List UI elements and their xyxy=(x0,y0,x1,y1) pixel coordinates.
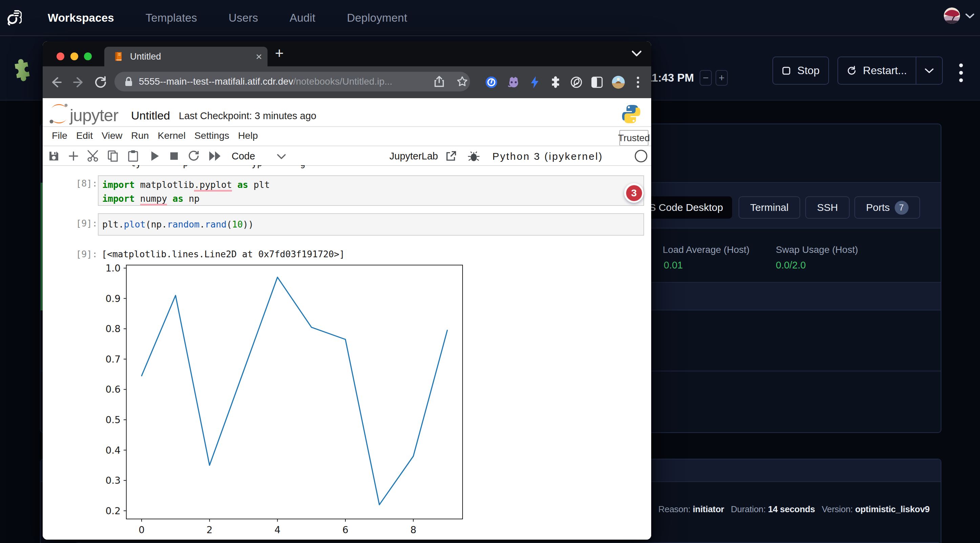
cell-type-chevron-icon[interactable] xyxy=(276,154,286,160)
share-icon[interactable] xyxy=(434,76,444,87)
build-meta: Reason: initiator Duration: 14 seconds V… xyxy=(658,504,929,514)
cell-input-prompt: [8]: xyxy=(63,178,97,189)
svg-text:6: 6 xyxy=(342,524,348,535)
interrupt-kernel-icon[interactable] xyxy=(169,151,179,161)
back-icon[interactable] xyxy=(49,76,62,89)
menu-help[interactable]: Help xyxy=(238,130,258,141)
notebook-title[interactable]: Untitled xyxy=(131,109,170,122)
tab-search-chevron-icon[interactable] xyxy=(631,50,643,57)
restart-button[interactable]: Restart... xyxy=(838,57,916,84)
nav-item-deployment[interactable]: Deployment xyxy=(347,11,407,24)
schedule-plus-button[interactable]: + xyxy=(716,70,728,86)
menu-file[interactable]: File xyxy=(52,130,67,141)
macos-minimize-button[interactable] xyxy=(70,52,78,60)
ext-split-square-icon[interactable] xyxy=(591,76,603,88)
svg-text:0.9: 0.9 xyxy=(105,293,121,304)
jupyter-menubar: File Edit View Run Kernel Settings Help xyxy=(52,130,258,141)
menu-kernel[interactable]: Kernel xyxy=(158,130,186,141)
browser-menu-kebab[interactable] xyxy=(635,76,641,89)
trusted-button[interactable]: Trusted xyxy=(619,130,649,146)
cut-cell-icon[interactable] xyxy=(87,150,100,162)
ports-button[interactable]: Ports 7 xyxy=(854,196,920,219)
notification-badge[interactable]: 3 xyxy=(624,183,644,203)
profile-avatar-art xyxy=(612,76,625,89)
nav-item-workspaces[interactable]: Workspaces xyxy=(48,11,114,24)
new-tab-button[interactable]: + xyxy=(275,45,284,62)
jupyter-brand[interactable]: jupyter xyxy=(70,106,118,125)
bookmark-star-icon[interactable] xyxy=(457,76,468,87)
workspace-menu-kebab[interactable] xyxy=(957,62,965,86)
paste-cell-icon[interactable] xyxy=(127,150,139,162)
divider xyxy=(43,146,651,146)
restart-label: Restart... xyxy=(863,64,907,77)
svg-text:1.0: 1.0 xyxy=(105,263,121,274)
tab-title: Untitled xyxy=(130,51,161,62)
restart-run-all-icon[interactable] xyxy=(208,150,221,162)
run-cell-icon[interactable] xyxy=(150,150,160,162)
vscode-desktop-label: VS Code Desktop xyxy=(643,202,723,213)
menu-view[interactable]: View xyxy=(102,130,122,141)
open-jupyterlab-link[interactable]: JupyterLab xyxy=(390,151,438,162)
copy-cell-icon[interactable] xyxy=(107,150,119,162)
save-icon[interactable] xyxy=(48,150,60,162)
code-line: import matplotlib.pyplot as plt xyxy=(102,178,643,192)
forward-icon[interactable] xyxy=(72,76,85,89)
debugger-bug-icon[interactable] xyxy=(467,150,480,162)
cell-type-select[interactable]: Code xyxy=(232,151,255,162)
url-path: /notebooks/Untitled.ip... xyxy=(293,76,393,87)
restart-options-button[interactable] xyxy=(916,57,942,84)
svg-text:0.6: 0.6 xyxy=(105,384,121,395)
menu-edit[interactable]: Edit xyxy=(76,130,93,141)
code-cell-9[interactable]: plt.plot(np.random.rand(10)) xyxy=(98,213,644,236)
nav-item-templates[interactable]: Templates xyxy=(146,11,197,24)
ssh-button[interactable]: SSH xyxy=(805,196,850,219)
browser-tab[interactable]: Untitled × xyxy=(104,47,267,66)
stop-icon xyxy=(782,66,791,75)
global-nav: Workspaces Templates Users Audit Deploym… xyxy=(0,0,980,36)
build-reason-value: initiator xyxy=(693,504,724,514)
jupyter-logo-icon xyxy=(49,103,69,125)
extensions-puzzle-icon[interactable] xyxy=(549,76,562,88)
notebook-checkpoint: Last Checkpoint: 3 minutes ago xyxy=(179,110,316,122)
schedule-minus-button[interactable]: − xyxy=(700,70,712,86)
account-chevron-icon[interactable] xyxy=(965,13,975,19)
clipped-text-fragment: ty xyxy=(130,165,141,168)
ext-1password-icon[interactable] xyxy=(485,76,498,88)
code-cell-8[interactable]: import matplotlib.pyplot as plt import n… xyxy=(98,175,644,206)
macos-close-button[interactable] xyxy=(57,52,64,60)
tab-close-icon[interactable]: × xyxy=(256,47,262,66)
restart-kernel-icon[interactable] xyxy=(188,150,200,162)
user-avatar[interactable] xyxy=(944,8,960,24)
address-bar[interactable]: 5555--main--test--matifali.atif.cdr.dev/… xyxy=(115,72,470,91)
coder-logo-icon[interactable] xyxy=(8,9,22,26)
nav-item-users[interactable]: Users xyxy=(229,11,258,24)
restart-split-button: Restart... xyxy=(837,57,943,85)
browser-tabstrip: Untitled × + xyxy=(43,41,651,66)
screenshot-root: Workspaces Templates Users Audit Deploym… xyxy=(0,0,980,543)
ext-octocat-icon[interactable] xyxy=(508,76,520,88)
svg-text:0.5: 0.5 xyxy=(105,414,121,426)
ext-leaf-icon[interactable] xyxy=(570,76,582,88)
matplotlib-figure: 024680.20.30.40.50.60.70.80.91.0 xyxy=(72,262,506,540)
external-link-icon[interactable] xyxy=(445,150,457,162)
badge-count: 3 xyxy=(626,185,642,201)
svg-text:0: 0 xyxy=(138,524,145,535)
macos-zoom-button[interactable] xyxy=(84,52,92,60)
stop-label: Stop xyxy=(797,64,820,77)
lock-icon xyxy=(125,76,133,87)
add-cell-icon[interactable] xyxy=(68,150,79,162)
ports-label: Ports xyxy=(866,202,889,213)
kernel-status-icon xyxy=(634,149,648,163)
terminal-button[interactable]: Terminal xyxy=(738,196,800,219)
menu-settings[interactable]: Settings xyxy=(194,130,229,141)
menu-run[interactable]: Run xyxy=(131,130,149,141)
profile-avatar[interactable] xyxy=(612,76,625,89)
reload-icon[interactable] xyxy=(94,76,107,89)
nav-item-audit[interactable]: Audit xyxy=(290,11,315,24)
build-reason-label: Reason: xyxy=(658,504,690,514)
svg-text:0.3: 0.3 xyxy=(105,475,121,486)
kernel-name[interactable]: Python 3 (ipykernel) xyxy=(492,151,603,162)
stop-workspace-button[interactable]: Stop xyxy=(772,57,829,85)
url-host: 5555--main--test--matifali.atif.cdr.dev xyxy=(139,76,293,87)
ext-bolt-icon[interactable] xyxy=(529,76,541,89)
